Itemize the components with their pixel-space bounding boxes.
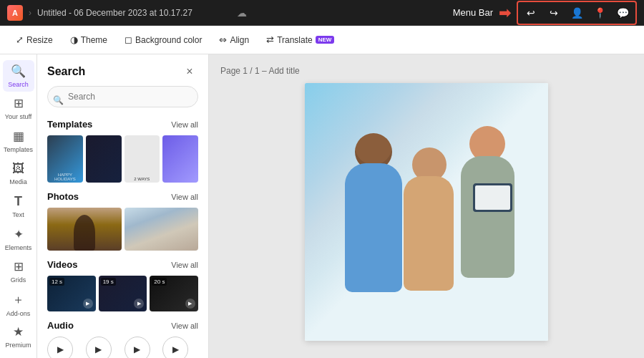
media-icon: 🖼 (12, 162, 24, 176)
photos-section-title: Photos (47, 191, 79, 202)
sidebar-item-text[interactable]: T Text (3, 190, 34, 222)
photos-grid (47, 208, 198, 251)
theme-label: Theme (81, 35, 107, 45)
sidebar-item-media[interactable]: 🖼 Media (3, 158, 34, 190)
toolbar: ⤢ Resize ◑ Theme ◻ Background color ⇔ Al… (0, 26, 644, 54)
photo-thumb-2[interactable] (125, 208, 199, 251)
video-thumb-1[interactable]: 12 s ▶ (47, 276, 96, 311)
sidebar-item-grids[interactable]: ⊞ Grids (3, 256, 34, 287)
tablet-screen (475, 185, 510, 210)
text-icon: T (14, 194, 22, 209)
audio-section: Audio View all ▶ ▶ ▶ ▶ (37, 316, 208, 358)
template-thumb-4[interactable] (162, 135, 198, 183)
videos-section-header: Videos View all (47, 259, 198, 270)
elements-label: Elements (5, 244, 32, 251)
background-color-button[interactable]: ◻ Background color (117, 32, 209, 48)
canvas-area: Page 1 / 1 – Add title (209, 54, 644, 358)
grids-label: Grids (11, 276, 26, 284)
video-duration-2: 19 s (101, 278, 116, 286)
search-panel-title: Search (47, 65, 85, 78)
template-label-3: 2 WAYS (125, 177, 160, 181)
templates-grid: HAPPY HOLIDAYS 2 WAYS (47, 135, 198, 183)
template-thumb-2[interactable] (86, 135, 122, 183)
audio-play-btn-1[interactable]: ▶ (47, 337, 73, 358)
premium-icon: ★ (13, 324, 24, 339)
undo-button[interactable]: ↩ (521, 4, 541, 22)
template-thumb-1[interactable]: HAPPY HOLIDAYS (47, 135, 83, 183)
videos-section: Videos View all 12 s ▶ 19 s ▶ 20 s ▶ (37, 255, 208, 316)
people-illustration (312, 112, 541, 341)
red-arrow-icon: ➡ (499, 4, 511, 21)
sidebar-item-add-ons[interactable]: ＋ Add-ons (3, 289, 34, 320)
media-label: Media (9, 178, 27, 185)
video-thumb-3[interactable]: 20 s ▶ (150, 276, 198, 311)
videos-view-all[interactable]: View all (171, 261, 198, 269)
text-label: Text (12, 211, 24, 218)
translate-icon: ⇄ (266, 34, 274, 45)
search-nav-icon: 🔍 (11, 64, 26, 79)
main-content: 🔍 Search ⊞ Your stuff ▦ Templates 🖼 Medi… (0, 54, 644, 358)
audio-play-btn-2[interactable]: ▶ (86, 337, 112, 358)
person3-body (461, 156, 514, 278)
bg-color-icon: ◻ (125, 34, 132, 45)
person1-body (345, 163, 402, 292)
videos-grid: 12 s ▶ 19 s ▶ 20 s ▶ (47, 276, 198, 311)
audio-view-all[interactable]: View all (171, 321, 198, 330)
canvas-page[interactable] (305, 83, 548, 341)
sidebar-item-premium[interactable]: ★ Premium (3, 321, 34, 353)
audio-section-title: Audio (47, 320, 74, 331)
play-icon-3: ▶ (185, 299, 195, 309)
resize-button[interactable]: ⤢ Resize (9, 32, 60, 48)
add-ons-icon: ＋ (12, 291, 24, 308)
your-stuff-label: Your stuff (5, 113, 32, 120)
location-button[interactable]: 📍 (590, 4, 610, 22)
search-panel-header: Search × (37, 54, 208, 86)
elements-icon: ✦ (14, 227, 24, 242)
video-duration-1: 12 s (49, 278, 64, 286)
video-thumb-2[interactable]: 19 s ▶ (99, 276, 147, 311)
templates-view-all[interactable]: View all (171, 120, 198, 129)
align-button[interactable]: ⇔ Align (212, 32, 256, 48)
translate-label: Translate (277, 35, 313, 45)
sidebar-item-elements[interactable]: ✦ Elements (3, 223, 34, 255)
bg-color-label: Background color (135, 35, 202, 45)
comment-button[interactable]: 💬 (613, 4, 633, 22)
theme-button[interactable]: ◑ Theme (63, 32, 114, 48)
video-duration-3: 20 s (152, 278, 167, 286)
template-label-1: HAPPY HOLIDAYS (47, 173, 83, 181)
resize-label: Resize (26, 35, 53, 45)
sidebar-item-templates[interactable]: ▦ Templates (3, 125, 34, 157)
your-stuff-icon: ⊞ (14, 96, 24, 111)
app-logo: A (7, 5, 23, 21)
tablet-prop (473, 183, 512, 212)
photos-section-header: Photos View all (47, 191, 198, 202)
sidebar-nav: 🔍 Search ⊞ Your stuff ▦ Templates 🖼 Medi… (0, 54, 37, 358)
sidebar-item-search[interactable]: 🔍 Search (3, 60, 34, 92)
sidebar-item-your-stuff[interactable]: ⊞ Your stuff (3, 93, 34, 125)
audio-grid: ▶ ▶ ▶ ▶ (47, 337, 198, 358)
photos-view-all[interactable]: View all (171, 193, 198, 201)
videos-section-title: Videos (47, 259, 77, 270)
photo-thumb-1[interactable] (47, 208, 122, 251)
resize-icon: ⤢ (16, 34, 24, 45)
close-search-button[interactable]: × (181, 63, 198, 80)
cloud-icon: ☁ (237, 7, 247, 19)
align-icon: ⇔ (219, 34, 227, 45)
templates-icon: ▦ (13, 129, 24, 144)
menu-bar-action-group: ↩ ↪ 👤 📍 💬 (517, 1, 637, 25)
templates-section-header: Templates View all (47, 119, 198, 130)
share-button[interactable]: 👤 (567, 4, 587, 22)
theme-icon: ◑ (70, 34, 78, 45)
search-input-icon: 🔍 (53, 95, 64, 105)
person2-body (404, 176, 454, 291)
template-thumb-3[interactable]: 2 WAYS (125, 135, 160, 183)
canvas-image (305, 83, 548, 341)
audio-play-btn-4[interactable]: ▶ (162, 337, 188, 358)
search-input[interactable] (47, 86, 198, 107)
redo-button[interactable]: ↪ (544, 4, 564, 22)
arrow-indicator: ➡ (499, 4, 511, 21)
audio-play-btn-3[interactable]: ▶ (125, 337, 150, 358)
document-title: Untitled - 06 December 2023 at 10.17.27 (37, 8, 231, 18)
translate-button[interactable]: ⇄ Translate NEW (259, 32, 341, 48)
templates-section: Templates View all HAPPY HOLIDAYS 2 WAYS (37, 115, 208, 187)
